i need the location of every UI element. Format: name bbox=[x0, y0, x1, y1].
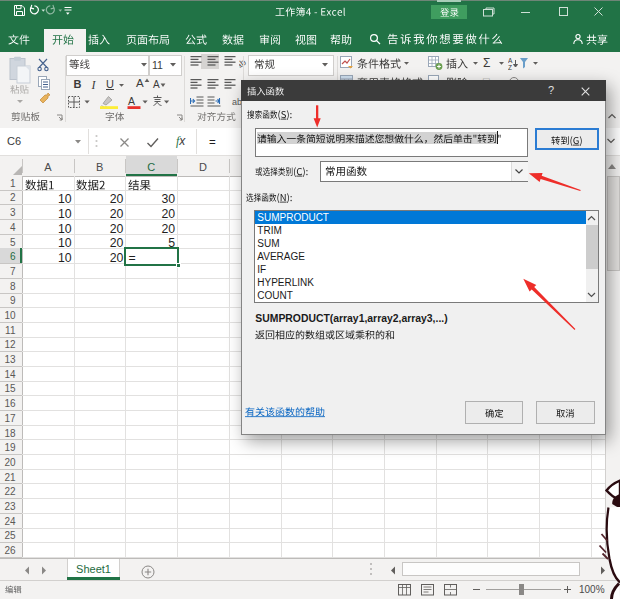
svg-text:A: A bbox=[508, 57, 513, 64]
svg-text:Z: Z bbox=[508, 64, 512, 71]
svg-text:A: A bbox=[128, 95, 135, 107]
